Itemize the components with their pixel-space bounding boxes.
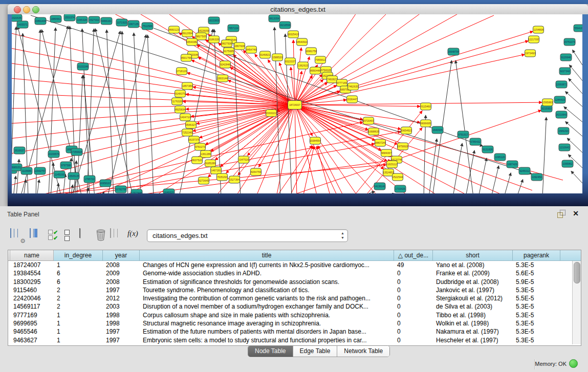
select-columns-icon[interactable]: ✔✔ (48, 229, 61, 242)
graph-node[interactable]: 17359928 (71, 148, 82, 156)
column-header-title[interactable]: title (140, 250, 394, 261)
table-settings-icon[interactable]: ⚙ (10, 229, 24, 242)
graph-node[interactable]: 6466161 (101, 17, 112, 25)
graph-node-selected[interactable]: 8925834 (175, 106, 186, 113)
graph-node-selected[interactable]: 9185286 (205, 160, 216, 167)
table-row[interactable]: 911546021997Tourette syndrome. Phenomeno… (8, 286, 572, 294)
graph-node[interactable]: 1405571 (17, 21, 28, 28)
graph-node[interactable]: 20891406 (35, 17, 46, 25)
graph-node[interactable]: 12923446 (131, 189, 142, 193)
table-row[interactable]: 2242004622012Investigating the contribut… (8, 294, 572, 302)
column-header-short[interactable]: short (433, 250, 513, 261)
graph-node[interactable]: 14136141 (374, 183, 385, 190)
graph-node-selected[interactable]: 9242848 (220, 61, 231, 68)
graph-node-selected[interactable]: 1047516 (238, 156, 249, 163)
column-header-year[interactable]: year (103, 250, 140, 261)
graph-node-selected[interactable]: 8660123 (169, 26, 180, 33)
graph-node[interactable]: 1115686 (21, 167, 32, 174)
graph-node-selected[interactable]: 9827508 (222, 40, 232, 47)
graph-node[interactable]: 15751074 (564, 38, 575, 46)
graph-node-selected[interactable]: 7493827 (327, 76, 338, 83)
function-builder-icon[interactable]: f(x) (127, 229, 141, 242)
column-header-name[interactable]: name (10, 250, 54, 261)
graph-node[interactable]: 1795722 (84, 176, 95, 183)
graph-node-selected[interactable]: 2718120 (177, 68, 187, 75)
graph-node-selected[interactable]: 9146821 (260, 51, 271, 58)
graph-node-selected[interactable]: 7635293 (217, 173, 228, 181)
table-row[interactable]: 969969511998Structural magnetic resonanc… (8, 319, 572, 327)
graph-node[interactable]: 9129946 (560, 54, 572, 61)
graph-node-selected[interactable]: 9175685 (224, 48, 234, 55)
graph-node[interactable]: 16033809 (208, 17, 220, 24)
graph-node-selected[interactable]: 1176328 (172, 98, 183, 105)
graph-node[interactable]: 12093872 (556, 81, 567, 88)
graph-node[interactable]: 16210643 (556, 111, 567, 118)
graph-node[interactable]: 1646620 (163, 189, 175, 193)
graph-node[interactable]: 13505135 (68, 172, 79, 180)
graph-node[interactable]: 9131826 (482, 146, 493, 153)
graph-node[interactable]: 20153346 (77, 63, 89, 70)
create-column-icon[interactable] (79, 229, 93, 242)
graph-node-selected[interactable]: 8322037 (285, 58, 296, 65)
float-panel-icon[interactable] (557, 210, 565, 218)
memory-status-indicator[interactable] (569, 359, 578, 368)
window-titlebar[interactable]: citations_edges.txt (8, 4, 588, 15)
graph-node-selected[interactable]: 9827505 (196, 33, 207, 40)
dropdown-stepper-icon[interactable]: ▲▼ (341, 231, 344, 240)
graph-node[interactable]: 1092450 (531, 173, 542, 181)
graph-node[interactable]: 1889561 (50, 15, 61, 23)
graph-node-selected[interactable]: 1857389 (182, 82, 193, 90)
graph-node-selected[interactable]: 8264759 (251, 168, 262, 176)
table-source-dropdown[interactable]: citations_edges.txt ▲▼ (147, 229, 348, 242)
table-row[interactable]: 977716911998Corpus callosum shape and si… (8, 311, 572, 319)
graph-node-selected[interactable]: 19654923 (401, 127, 412, 134)
graph-node[interactable]: 1553374 (64, 14, 75, 21)
close-panel-icon[interactable]: ✕ (573, 209, 579, 217)
table-row[interactable]: 1456911722003Disruption of a novel membe… (8, 302, 572, 311)
graph-node[interactable]: 9797588 (60, 162, 72, 169)
graph-node[interactable]: 1145193 (54, 171, 65, 178)
graph-node-selected[interactable]: 18640910 (296, 38, 308, 46)
graph-node-selected[interactable]: 7252345 (182, 129, 193, 136)
graph-node-selected[interactable]: 1588520 (272, 54, 283, 61)
graph-node-selected[interactable]: 9684067 (381, 149, 392, 157)
vertical-scrollbar[interactable] (572, 261, 581, 344)
graph-node-selected[interactable]: 1154808 (533, 26, 544, 33)
graph-node[interactable]: 9245012 (519, 167, 530, 174)
graph-node[interactable]: 7857224 (228, 25, 239, 32)
row-height-icon[interactable] (64, 229, 78, 242)
table-row[interactable]: 946554611997Estimation of the future num… (8, 327, 572, 336)
tab-network-table[interactable]: Network Table (337, 346, 389, 357)
table-row[interactable]: 1872400712008Changes of HCN gene express… (8, 261, 572, 269)
tab-edge-table[interactable]: Edge Table (293, 346, 338, 357)
graph-node-selected[interactable]: 2803144 (217, 75, 228, 82)
graph-node-selected[interactable]: 10688639 (368, 128, 379, 135)
graph-node-selected[interactable]: 1361286 (201, 150, 211, 158)
graph-node-selected[interactable]: 15720407 (363, 117, 374, 124)
graph-node[interactable]: 8791917 (458, 131, 469, 138)
graph-node-selected[interactable]: 16961758 (306, 48, 317, 55)
graph-node-selected[interactable]: 9148375 (175, 90, 186, 97)
graph-node-selected[interactable]: 19384554 (310, 137, 321, 144)
delete-table-icon[interactable] (110, 229, 123, 242)
graph-node-selected[interactable]: 1595883 (542, 99, 553, 106)
graph-node[interactable]: 19218596 (279, 21, 291, 29)
graph-node[interactable]: 2320635 (12, 14, 22, 21)
graph-node[interactable]: 8985051 (12, 164, 22, 171)
graph-node[interactable]: 1589293 (558, 127, 569, 135)
table-row[interactable]: 1938455462009Genome-wide association stu… (8, 269, 572, 277)
graph-node-selected[interactable]: 1815112 (387, 161, 398, 168)
graph-node-selected[interactable]: 9699695 (421, 120, 431, 127)
delete-column-icon[interactable] (95, 229, 108, 242)
graph-node-selected[interactable]: 9760273 (195, 143, 206, 150)
graph-node-selected[interactable]: 9546327 (186, 121, 197, 128)
graph-node-selected[interactable]: 8990448 (310, 67, 321, 74)
table-row[interactable]: 1830029562008Estimation of significance … (8, 278, 572, 286)
graph-node[interactable]: 1065328 (76, 16, 88, 24)
graph-node[interactable]: 1733426 (395, 185, 406, 192)
graph-node[interactable]: 16782759 (115, 186, 126, 193)
show-columns-icon[interactable] (30, 229, 43, 242)
graph-node[interactable]: 8813054 (269, 15, 280, 22)
graph-node-selected[interactable]: 23300211 (266, 110, 277, 117)
graph-node[interactable]: 16958167 (100, 180, 111, 187)
